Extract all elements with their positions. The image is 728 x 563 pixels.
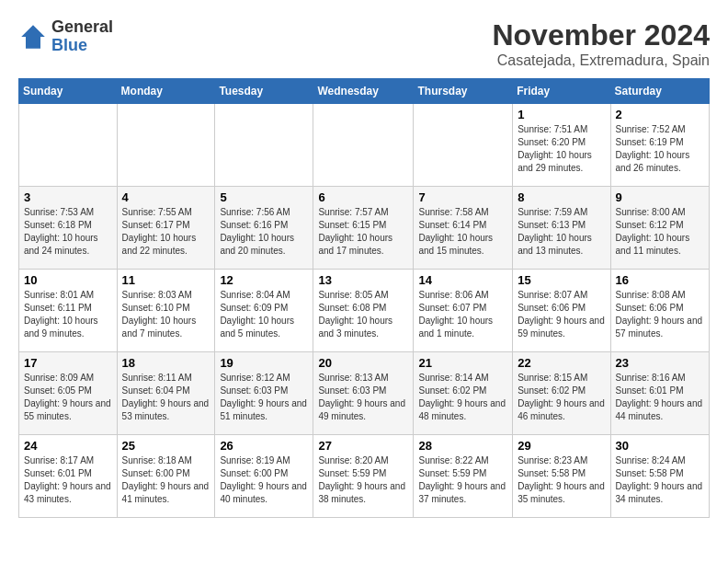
calendar-cell: 14Sunrise: 8:06 AM Sunset: 6:07 PM Dayli… (414, 270, 513, 352)
calendar-body: 1Sunrise: 7:51 AM Sunset: 6:20 PM Daylig… (19, 104, 710, 518)
calendar-cell: 2Sunrise: 7:52 AM Sunset: 6:19 PM Daylig… (610, 104, 709, 187)
calendar-week-row: 10Sunrise: 8:01 AM Sunset: 6:11 PM Dayli… (19, 270, 710, 352)
calendar-week-row: 17Sunrise: 8:09 AM Sunset: 6:05 PM Dayli… (19, 352, 710, 435)
day-info: Sunrise: 7:52 AM Sunset: 6:19 PM Dayligh… (616, 123, 704, 175)
calendar-cell: 23Sunrise: 8:16 AM Sunset: 6:01 PM Dayli… (610, 352, 709, 435)
month-year: November 2024 (492, 18, 710, 52)
calendar-cell: 25Sunrise: 8:18 AM Sunset: 6:00 PM Dayli… (117, 435, 215, 518)
page-header: General Blue November 2024 Casatejada, E… (18, 18, 710, 69)
day-number: 27 (318, 439, 408, 453)
calendar-cell: 12Sunrise: 8:04 AM Sunset: 6:09 PM Dayli… (215, 270, 313, 352)
day-number: 7 (418, 190, 507, 204)
day-info: Sunrise: 8:23 AM Sunset: 5:58 PM Dayligh… (518, 454, 605, 506)
logo-icon (18, 22, 48, 52)
calendar-cell: 6Sunrise: 7:57 AM Sunset: 6:15 PM Daylig… (313, 187, 414, 270)
day-number: 2 (616, 108, 704, 121)
calendar-cell: 5Sunrise: 7:56 AM Sunset: 6:16 PM Daylig… (215, 187, 313, 270)
day-number: 23 (616, 356, 704, 370)
calendar-cell: 27Sunrise: 8:20 AM Sunset: 5:59 PM Dayli… (313, 435, 414, 518)
calendar-cell: 21Sunrise: 8:14 AM Sunset: 6:02 PM Dayli… (414, 352, 513, 435)
day-info: Sunrise: 8:18 AM Sunset: 6:00 PM Dayligh… (122, 454, 210, 506)
day-number: 26 (220, 439, 308, 453)
day-info: Sunrise: 8:07 AM Sunset: 6:06 PM Dayligh… (518, 289, 605, 340)
day-number: 10 (24, 273, 112, 287)
calendar-cell: 28Sunrise: 8:22 AM Sunset: 5:59 PM Dayli… (414, 435, 513, 518)
day-number: 25 (122, 439, 210, 453)
day-info: Sunrise: 8:16 AM Sunset: 6:01 PM Dayligh… (616, 372, 704, 423)
calendar-cell: 7Sunrise: 7:58 AM Sunset: 6:14 PM Daylig… (414, 187, 513, 270)
day-info: Sunrise: 8:13 AM Sunset: 6:03 PM Dayligh… (318, 372, 408, 423)
day-number: 11 (122, 273, 210, 287)
title-block: November 2024 Casatejada, Extremadura, S… (492, 18, 710, 69)
day-info: Sunrise: 8:05 AM Sunset: 6:08 PM Dayligh… (318, 289, 408, 340)
calendar-cell: 11Sunrise: 8:03 AM Sunset: 6:10 PM Dayli… (117, 270, 215, 352)
day-number: 3 (24, 190, 112, 204)
calendar-cell: 16Sunrise: 8:08 AM Sunset: 6:06 PM Dayli… (610, 270, 709, 352)
day-info: Sunrise: 8:19 AM Sunset: 6:00 PM Dayligh… (220, 454, 308, 506)
day-info: Sunrise: 7:53 AM Sunset: 6:18 PM Dayligh… (24, 206, 112, 258)
weekday-header: Saturday (610, 79, 709, 104)
calendar-cell: 9Sunrise: 8:00 AM Sunset: 6:12 PM Daylig… (610, 187, 709, 270)
logo-general: General (51, 17, 113, 36)
calendar-cell (117, 104, 215, 187)
day-info: Sunrise: 8:14 AM Sunset: 6:02 PM Dayligh… (418, 372, 507, 423)
day-info: Sunrise: 8:22 AM Sunset: 5:59 PM Dayligh… (418, 454, 507, 506)
calendar-cell: 13Sunrise: 8:05 AM Sunset: 6:08 PM Dayli… (313, 270, 414, 352)
weekday-header: Thursday (414, 79, 513, 104)
calendar-cell: 10Sunrise: 8:01 AM Sunset: 6:11 PM Dayli… (19, 270, 118, 352)
calendar-table: SundayMondayTuesdayWednesdayThursdayFrid… (18, 78, 710, 518)
calendar-cell: 8Sunrise: 7:59 AM Sunset: 6:13 PM Daylig… (513, 187, 610, 270)
day-info: Sunrise: 8:03 AM Sunset: 6:10 PM Dayligh… (122, 289, 210, 340)
calendar-cell: 26Sunrise: 8:19 AM Sunset: 6:00 PM Dayli… (215, 435, 313, 518)
calendar-cell: 29Sunrise: 8:23 AM Sunset: 5:58 PM Dayli… (513, 435, 610, 518)
calendar-cell: 15Sunrise: 8:07 AM Sunset: 6:06 PM Dayli… (513, 270, 610, 352)
day-number: 29 (518, 439, 605, 453)
day-info: Sunrise: 8:11 AM Sunset: 6:04 PM Dayligh… (122, 372, 210, 423)
day-number: 16 (616, 273, 704, 287)
day-number: 17 (24, 356, 112, 370)
day-info: Sunrise: 7:58 AM Sunset: 6:14 PM Dayligh… (418, 206, 507, 258)
day-info: Sunrise: 8:24 AM Sunset: 5:58 PM Dayligh… (616, 454, 704, 506)
logo: General Blue (18, 18, 113, 55)
logo-text: General Blue (51, 18, 113, 55)
weekday-header: Sunday (19, 79, 118, 104)
day-info: Sunrise: 8:20 AM Sunset: 5:59 PM Dayligh… (318, 454, 408, 506)
weekday-header: Friday (513, 79, 610, 104)
day-info: Sunrise: 8:17 AM Sunset: 6:01 PM Dayligh… (24, 454, 112, 506)
calendar-header: SundayMondayTuesdayWednesdayThursdayFrid… (19, 79, 710, 104)
day-number: 6 (318, 190, 408, 204)
day-info: Sunrise: 7:51 AM Sunset: 6:20 PM Dayligh… (518, 123, 605, 175)
day-info: Sunrise: 8:08 AM Sunset: 6:06 PM Dayligh… (616, 289, 704, 340)
calendar-cell: 19Sunrise: 8:12 AM Sunset: 6:03 PM Dayli… (215, 352, 313, 435)
day-number: 28 (418, 439, 507, 453)
day-number: 1 (518, 108, 605, 121)
day-info: Sunrise: 8:04 AM Sunset: 6:09 PM Dayligh… (220, 289, 308, 340)
day-number: 18 (122, 356, 210, 370)
calendar-cell: 20Sunrise: 8:13 AM Sunset: 6:03 PM Dayli… (313, 352, 414, 435)
calendar-cell: 17Sunrise: 8:09 AM Sunset: 6:05 PM Dayli… (19, 352, 118, 435)
day-number: 9 (616, 190, 704, 204)
weekday-row: SundayMondayTuesdayWednesdayThursdayFrid… (19, 79, 710, 104)
day-number: 30 (616, 439, 704, 453)
calendar-cell: 1Sunrise: 7:51 AM Sunset: 6:20 PM Daylig… (513, 104, 610, 187)
day-number: 15 (518, 273, 605, 287)
day-number: 13 (318, 273, 408, 287)
location: Casatejada, Extremadura, Spain (492, 52, 710, 69)
day-info: Sunrise: 8:06 AM Sunset: 6:07 PM Dayligh… (418, 289, 507, 340)
calendar-cell: 3Sunrise: 7:53 AM Sunset: 6:18 PM Daylig… (19, 187, 118, 270)
day-number: 4 (122, 190, 210, 204)
calendar-cell: 22Sunrise: 8:15 AM Sunset: 6:02 PM Dayli… (513, 352, 610, 435)
weekday-header: Wednesday (313, 79, 414, 104)
day-number: 22 (518, 356, 605, 370)
day-info: Sunrise: 8:00 AM Sunset: 6:12 PM Dayligh… (616, 206, 704, 258)
logo-blue: Blue (51, 36, 87, 54)
day-number: 19 (220, 356, 308, 370)
day-number: 20 (318, 356, 408, 370)
day-info: Sunrise: 8:09 AM Sunset: 6:05 PM Dayligh… (24, 372, 112, 423)
calendar-cell (19, 104, 118, 187)
day-number: 24 (24, 439, 112, 453)
day-number: 21 (418, 356, 507, 370)
day-number: 5 (220, 190, 308, 204)
calendar-cell: 18Sunrise: 8:11 AM Sunset: 6:04 PM Dayli… (117, 352, 215, 435)
day-info: Sunrise: 8:15 AM Sunset: 6:02 PM Dayligh… (518, 372, 605, 423)
